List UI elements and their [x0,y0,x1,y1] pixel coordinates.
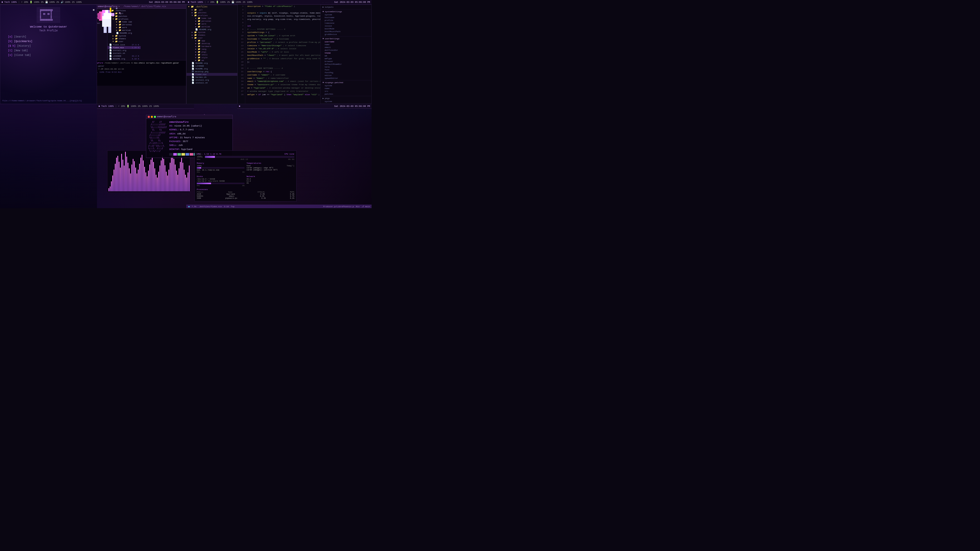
panel-item-pkgs-system: system [321,100,371,103]
neofetch-close[interactable] [148,116,150,118]
tree-e-hardensh[interactable]: 📄 harden.sh [186,76,237,79]
viz-bar-27 [143,160,144,191]
sysmon-temps: Temperatures Name Temp(°) card0 (amdgpu)… [247,162,294,173]
tree-e-patches[interactable]: ▶ 📁 patches [186,11,237,14]
tree-e-style[interactable]: ▶ 📁 style [186,56,237,59]
panel-header-usersettings[interactable]: ▼ userSettings [321,37,371,40]
tree-e-readme[interactable]: 📄 README.org [186,28,237,31]
code-line-23: name = "Emmet" ; # name/identifier [247,77,318,80]
editor-status-file: .dotfiles/flake.nix [199,205,222,208]
tree-e-worklab[interactable]: ▶ 📁 worklab [186,25,237,28]
sysmon-net-values: 36.0 54.0 0% [247,178,294,184]
code-line-15: bootMode = "uefi" ; # uefi or bios [247,51,318,54]
tree-e-work[interactable]: ▶ 📁 work [186,22,237,25]
sysmon-disk-bar-bg [197,183,245,184]
code-line-24: email = "emmet@librephone.com" ; # email… [247,80,318,83]
viz-bar-8 [119,162,119,191]
term-line-2: rapidhash-galar [86,65,185,68]
qb-menu-search[interactable]: [o] [Search] [3,35,94,39]
tree-e-install-sh[interactable]: 📄 install.sh [186,81,237,84]
viz-bar-26 [142,155,142,191]
tree-e-personal[interactable]: ▶ 📁 personal [186,20,237,22]
panel-header-systemsettings[interactable]: ▼ systemSettings [321,10,371,13]
fm-file-install-sh[interactable]: 📄 install.sh [108,52,141,55]
tree-e-shell[interactable]: ▶ 📁 shell [186,53,237,56]
fm-file-readme[interactable]: 📄 README.org 4.18 K [108,57,141,60]
sysmon-disk-title: Disks [197,175,245,178]
tree-e-readme2[interactable]: 📄 README.org [186,62,237,65]
code-line-19 [247,64,318,67]
viz-bar-30 [147,176,148,191]
panel-item-browser: browser [321,60,371,63]
tree-e-git[interactable]: ▶ 📁 .git [186,8,237,11]
code-line-18: }; [247,60,318,64]
viz-bar-24 [139,164,140,192]
color-swatch-5 [189,153,193,156]
viz-bar-16 [129,168,130,191]
tree-e-readme3[interactable]: 📄 README.org [186,67,237,70]
tree-e-system[interactable]: ▶ 📁 system [186,31,237,34]
tree-e-app[interactable]: ▶ 📁 app [186,39,237,42]
viz-bar-36 [154,168,155,191]
viz-bar-48 [170,163,170,191]
topbar-bottom-left: ■ Tech 100% | ⚡ 20% 🔋 100% 2% 100% 25 10… [97,104,194,109]
panel-header-pkgs[interactable]: ▶ pkgs [321,97,371,100]
viz-bar-21 [135,168,136,191]
fm-terminal: emmet@snowfire /home/emmet/.dotfiles $ n… [84,60,186,86]
sysmon-cpu-section: CPU - 1.53 1.14 0.78 CPU line 100%| 0%s … [197,153,294,160]
qb-menu-quickmarks[interactable]: [b] [Quickmarks] [3,39,94,44]
code-line-28: wmType = if (wm == "hyprland" ) then "wa… [247,93,318,97]
viz-bar-53 [176,171,177,191]
viz-bar-38 [157,178,158,191]
viz-bar-23 [138,170,138,191]
neofetch-controls[interactable] [148,116,156,118]
tree-e-lang[interactable]: ▶ 📁 lang [186,48,237,51]
viz-bar-61 [186,178,187,191]
tree-e-pkgs[interactable]: ▶ 📁 pkgs [186,51,237,53]
status-r-workspaces: ■ Tech 100% [188,1,203,3]
tree-e-user[interactable]: ▼ 📁 user [186,37,237,39]
status-bl-mem: 2% [138,105,141,108]
status-r-net: 💾 100% [231,1,241,3]
panel-item-profile: profile [321,19,371,22]
tree-e-profiles[interactable]: ▼ 📁 profiles [186,14,237,17]
qb-menu-history[interactable]: [$ h] [History] [3,44,94,48]
sysmon-cpu-bars: 100%| [197,156,294,158]
panel-item-bootmode: bootMode [321,27,371,30]
qb-menu-newtab[interactable]: [t] [New tab] [3,48,94,53]
code-line-1: description = "Flake of LibrePhoenix" ; [247,5,318,8]
code-line-5: org-nursery, org-yaap, org-side-tree, or… [247,18,318,21]
viz-bar-57 [181,157,182,191]
tree-e-themes[interactable]: ▶ 📁 themes [186,34,237,37]
neofetch-header: emmet@snowfire [146,115,232,119]
editor-code-area[interactable]: description = "Flake of LibrePhoenix" ; … [245,0,320,104]
code-line-21: userSettings = rec { [247,70,318,73]
sysmon-network: Network 36.0 54.0 0% [247,175,294,187]
status-net: 2% [56,1,59,3]
panel-header-nixpkgs[interactable]: ▼ nixpkgs-patched [321,81,371,84]
tree-e-desktop-png[interactable]: 🖼 desktop.png [186,70,237,73]
panel-item-timezone: timezone [321,22,371,24]
system-monitor: CPU - 1.53 1.14 0.78 CPU line 100%| 0%s … [194,151,297,202]
tree-e-flakenix[interactable]: 📄 flake.nix [186,73,237,76]
tree-e-wm[interactable]: ▶ 📁 wm [186,59,237,62]
tree-e-desktop[interactable]: ▶ 📁 desktop [186,42,237,45]
qb-menu-closetab[interactable]: [x] [Close tab] [3,53,94,58]
panel-header-outputs[interactable]: ▶ outputs [321,5,371,9]
tree-e-hardware[interactable]: ▶ 📁 hardware [186,45,237,48]
tree-e-homelab[interactable]: ▶ 📁 home lab [186,17,237,20]
editor-status-lang: Nix [356,205,360,208]
editor-status-right: Producer.p/LibrePhoenix.p [323,205,354,208]
neofetch-max[interactable] [154,116,156,118]
tree-e-install-org[interactable]: 📄 install.org [186,79,237,81]
viz-bar-56 [180,162,181,191]
fm-file-license[interactable]: 📄 LICENSE 34.2 K [108,55,141,57]
topbar-left-time: Sat 2024-03-09 05:06:00 PM [149,1,185,3]
sysmon-mem-bar [197,167,201,168]
viz-bar-9 [120,168,121,191]
sysmon-proc-2: 550631 emacs 0.2% 0.7% [197,195,294,197]
tree-e-license[interactable]: 📄 LICENSE [186,65,237,67]
status-bl-pct: 100% [153,105,159,108]
viz-bar-3 [112,176,113,191]
neofetch-min[interactable] [151,116,153,118]
